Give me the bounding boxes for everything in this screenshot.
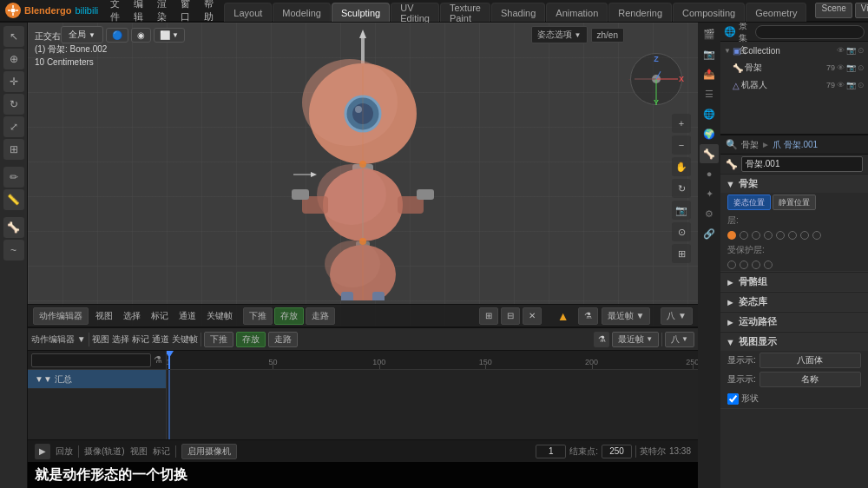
rotate-tool[interactable]: ↻ xyxy=(3,94,24,115)
playback-label[interactable]: 回放 xyxy=(56,445,73,458)
menu-help[interactable]: 帮助 xyxy=(197,0,220,22)
cam-icon-1[interactable]: 📷 xyxy=(846,63,856,72)
particles-icon[interactable]: ✦ xyxy=(700,184,719,203)
walk-btn[interactable]: 走路 xyxy=(306,307,335,325)
marker-label[interactable]: 标记 xyxy=(153,445,170,458)
select-tool[interactable]: ↖ xyxy=(3,26,24,47)
gizmo-btn[interactable]: ⊞ xyxy=(672,244,691,263)
sel-icon-2[interactable]: ⊙ xyxy=(858,81,865,89)
push-down-btn[interactable]: 下推 xyxy=(243,307,273,325)
ws-tab-rendering[interactable]: Rendering xyxy=(608,3,672,22)
scale-tool[interactable]: ⤢ xyxy=(3,116,24,137)
channel-copy[interactable]: ⊞ xyxy=(479,307,498,325)
viewlayer-icon[interactable]: ☰ xyxy=(700,84,719,103)
object-data-icon[interactable]: 🦴 xyxy=(700,144,719,163)
proportional-edit[interactable]: ◉ xyxy=(131,28,151,43)
scene-icon[interactable]: 🌐 xyxy=(700,104,719,123)
constraints-icon[interactable]: 🔗 xyxy=(700,224,719,243)
outliner-armature[interactable]: 🦴 骨架 79 👁 📷 ⊙ xyxy=(720,59,868,76)
camera-toggle-btn[interactable]: 启用摄像机 xyxy=(181,444,237,459)
pose-position-btn[interactable]: 姿态位置 xyxy=(727,195,771,210)
nearest-frame-control[interactable]: 最近帧 ▼ xyxy=(612,332,659,347)
pose-options-dropdown[interactable]: 姿态选项 ▼ xyxy=(531,26,588,43)
bone-name-input[interactable] xyxy=(741,156,863,172)
tl-keyframe-menu[interactable]: 关键帧 xyxy=(172,333,198,346)
bone-groups-header[interactable]: ► 骨骼组 xyxy=(720,272,868,291)
tl-view-menu[interactable]: 视图 xyxy=(92,333,109,346)
material-icon[interactable]: ● xyxy=(700,164,719,183)
menu-window[interactable]: 窗口 xyxy=(174,0,197,22)
layer-dot-1[interactable] xyxy=(740,231,748,240)
end-frame-input[interactable] xyxy=(602,445,632,458)
stash-btn[interactable]: 存放 xyxy=(274,307,304,325)
menu-edit[interactable]: 编辑 xyxy=(127,0,150,22)
ws-tab-modeling[interactable]: Modeling xyxy=(273,3,331,22)
cursor-tool[interactable]: ⊕ xyxy=(3,49,24,69)
viewlayer-dropdown[interactable]: ViewLayer xyxy=(855,3,868,18)
channel-close[interactable]: ✕ xyxy=(523,307,542,325)
shapes-checkbox[interactable] xyxy=(727,393,739,405)
timeline-editor-type[interactable]: 动作编辑器 ▼ xyxy=(31,333,86,346)
menu-file[interactable]: 文件 xyxy=(103,0,127,22)
tl-select-menu[interactable]: 选择 xyxy=(112,333,129,346)
move-tool[interactable]: ✛ xyxy=(3,71,24,92)
filter-btn[interactable]: ⚗ xyxy=(578,307,598,325)
sel-icon-0[interactable]: ⊙ xyxy=(858,46,865,55)
ws-tab-geometry[interactable]: Geometry xyxy=(746,3,806,22)
navigation-gizmo[interactable]: X · Y Z xyxy=(630,53,691,114)
view-menu[interactable]: 视图 xyxy=(92,310,116,322)
eye-icon-2[interactable]: 👁 xyxy=(837,81,845,89)
shading-options[interactable]: ⬜▼ xyxy=(154,28,185,43)
sel-icon-1[interactable]: ⊙ xyxy=(858,63,865,72)
pan-btn[interactable]: ✋ xyxy=(672,157,691,176)
start-frame-input[interactable] xyxy=(536,445,566,458)
prot-dot-3[interactable] xyxy=(764,260,773,269)
layer-dot-active[interactable] xyxy=(727,231,736,240)
display-value-octahedron[interactable]: 八面体 xyxy=(760,353,861,368)
menu-render[interactable]: 渲染 xyxy=(150,0,174,22)
scene-props-icon[interactable]: 🎬 xyxy=(700,24,719,43)
layer-dot-2[interactable] xyxy=(752,231,760,240)
editor-type-btn[interactable]: 动作编辑器 xyxy=(33,307,89,325)
view-label[interactable]: 视图 xyxy=(130,445,148,458)
prot-dot-1[interactable] xyxy=(740,260,748,269)
outliner-search[interactable] xyxy=(755,25,865,39)
track-label-summary[interactable]: ▼ ▼ 汇总 xyxy=(28,370,166,389)
annotate-tool[interactable]: ✏ xyxy=(3,167,24,188)
ws-tab-sculpting[interactable]: Sculpting xyxy=(332,3,390,22)
channel-paste[interactable]: ⊟ xyxy=(501,307,520,325)
viewport-display-header[interactable]: ▼ 视图显示 xyxy=(720,332,868,351)
rest-position-btn[interactable]: 静置位置 xyxy=(773,195,816,210)
lang-toggle[interactable]: zh/en xyxy=(591,28,624,43)
eye-icon-1[interactable]: 👁 xyxy=(837,63,845,72)
eye-icon-0[interactable]: 👁 xyxy=(837,46,845,55)
push-down-action[interactable]: 下推 xyxy=(204,332,233,347)
keyframe-menu[interactable]: 关键帧 xyxy=(203,310,236,322)
channel-count-btn[interactable]: 八 ▼ xyxy=(661,307,693,325)
play-btn[interactable]: ▶ xyxy=(35,444,50,459)
layer-dot-6[interactable] xyxy=(800,231,809,240)
cam-icon-2[interactable]: 📷 xyxy=(846,81,856,89)
motion-path-header[interactable]: ► 运动路径 xyxy=(720,312,868,331)
layer-dot-3[interactable] xyxy=(764,231,773,240)
track-search-input[interactable] xyxy=(31,353,151,367)
armature-section-header[interactable]: ▼ 骨架 xyxy=(720,174,868,193)
mode-dropdown[interactable]: 全局 ▼ xyxy=(61,26,103,43)
camera-btn[interactable]: 📷 xyxy=(672,201,691,220)
ws-tab-animation[interactable]: Animation xyxy=(546,3,608,22)
rendersettings-icon[interactable]: 📷 xyxy=(700,44,719,63)
tl-channel-menu[interactable]: 通道 xyxy=(152,333,169,346)
transform-tool[interactable]: ⊞ xyxy=(3,139,24,160)
snap-toggle[interactable]: 🔵 xyxy=(106,28,128,43)
scene-dropdown[interactable]: Scene xyxy=(815,3,852,18)
relax-tool[interactable]: ~ xyxy=(3,240,24,260)
pose-library-header[interactable]: ► 姿态库 xyxy=(720,292,868,311)
walk-action[interactable]: 走路 xyxy=(268,332,298,347)
measure-tool[interactable]: 📏 xyxy=(3,189,24,210)
ws-tab-shading[interactable]: Shading xyxy=(491,3,545,22)
zoom-in-btn[interactable]: + xyxy=(672,114,691,133)
display-value-names[interactable]: 名称 xyxy=(760,372,861,387)
cam-icon-0[interactable]: 📷 xyxy=(846,46,856,55)
track-filter-icon[interactable]: ⚗ xyxy=(154,354,162,366)
prot-dot-0[interactable] xyxy=(727,260,736,269)
